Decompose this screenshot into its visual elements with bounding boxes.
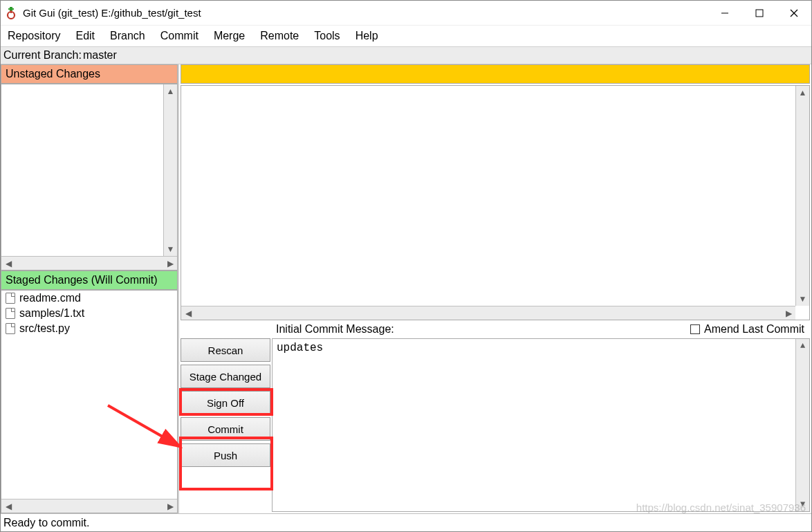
scroll-left-icon[interactable]: ◀	[1, 257, 15, 270]
commit-message-input[interactable]: updates ▲ ▼	[272, 338, 810, 512]
menu-commit[interactable]: Commit	[158, 28, 201, 44]
menu-repository[interactable]: Repository	[5, 28, 63, 44]
commit-message-text: updates	[277, 342, 323, 354]
svg-rect-1	[8, 8, 14, 10]
file-name: samples/1.txt	[19, 307, 84, 320]
menu-help[interactable]: Help	[353, 28, 381, 44]
window-title: Git Gui (git_test) E:/github_test/git_te…	[23, 7, 708, 19]
maximize-button[interactable]	[742, 1, 777, 25]
file-name: src/test.py	[19, 322, 70, 335]
current-branch-name: master	[83, 49, 117, 62]
menu-edit[interactable]: Edit	[73, 28, 98, 44]
scroll-down-icon[interactable]: ▼	[164, 242, 178, 256]
scrollbar-horizontal[interactable]: ◀ ▶	[1, 499, 177, 513]
push-button[interactable]: Push	[181, 443, 270, 467]
scroll-down-icon[interactable]: ▼	[796, 292, 810, 306]
scroll-right-icon[interactable]: ▶	[163, 499, 177, 513]
file-icon	[6, 293, 15, 304]
current-branch-label: Current Branch:	[3, 49, 82, 62]
title-bar: Git Gui (git_test) E:/github_test/git_te…	[1, 1, 811, 26]
commit-message-label: Initial Commit Message:	[276, 323, 394, 336]
unstaged-header: Unstaged Changes	[1, 64, 178, 84]
app-icon	[5, 7, 17, 19]
commit-buttons: Rescan Stage Changed Sign Off Commit Pus…	[181, 338, 270, 512]
current-branch-bar: Current Branch: master	[1, 46, 811, 64]
diff-view[interactable]: ▲ ▼ ◀ ▶	[181, 85, 810, 320]
main-area: Unstaged Changes ▲ ▼ ◀ ▶ Staged Changes …	[1, 64, 811, 513]
sign-off-button[interactable]: Sign Off	[181, 391, 270, 414]
commit-label-row: Initial Commit Message: Amend Last Commi…	[179, 322, 811, 338]
list-item[interactable]: readme.cmd	[1, 291, 177, 306]
scrollbar-horizontal[interactable]: ◀ ▶	[181, 306, 795, 320]
right-pane: ▲ ▼ ◀ ▶ Initial Commit Message: Amend La…	[179, 64, 811, 513]
rescan-button[interactable]: Rescan	[181, 338, 270, 362]
menu-branch[interactable]: Branch	[107, 28, 148, 44]
menu-bar: Repository Edit Branch Commit Merge Remo…	[1, 26, 811, 46]
scroll-right-icon[interactable]: ▶	[782, 306, 795, 320]
amend-checkbox[interactable]	[690, 324, 700, 334]
menu-merge[interactable]: Merge	[211, 28, 248, 44]
file-icon	[6, 323, 15, 334]
left-pane: Unstaged Changes ▲ ▼ ◀ ▶ Staged Changes …	[1, 64, 179, 513]
commit-button[interactable]: Commit	[181, 417, 270, 441]
list-item[interactable]: samples/1.txt	[1, 306, 177, 321]
diff-header	[181, 64, 810, 84]
svg-rect-5	[756, 10, 763, 17]
menu-tools[interactable]: Tools	[311, 28, 342, 44]
scroll-down-icon[interactable]: ▼	[796, 497, 810, 511]
amend-label: Amend Last Commit	[704, 323, 804, 336]
menu-remote[interactable]: Remote	[257, 28, 302, 44]
stage-changed-button[interactable]: Stage Changed	[181, 365, 270, 388]
minimize-button[interactable]	[708, 1, 742, 25]
scroll-right-icon[interactable]: ▶	[163, 257, 177, 270]
staged-header: Staged Changes (Will Commit)	[1, 270, 178, 290]
scrollbar-vertical[interactable]: ▲ ▼	[163, 84, 177, 256]
scrollbar-vertical[interactable]: ▲ ▼	[795, 339, 809, 511]
scroll-up-icon[interactable]: ▲	[796, 339, 810, 353]
status-bar: Ready to commit.	[1, 513, 811, 531]
commit-area: Initial Commit Message: Amend Last Commi…	[179, 322, 811, 513]
scroll-left-icon[interactable]: ◀	[181, 306, 195, 320]
status-text: Ready to commit.	[3, 517, 89, 529]
close-button[interactable]	[777, 1, 811, 25]
staged-list[interactable]: readme.cmd samples/1.txt src/test.py ◀ ▶	[1, 290, 178, 513]
file-icon	[6, 308, 15, 319]
unstaged-list[interactable]: ▲ ▼ ◀ ▶	[1, 84, 178, 270]
window-controls	[708, 1, 811, 25]
svg-rect-3	[10, 10, 12, 13]
amend-last-commit[interactable]: Amend Last Commit	[690, 323, 804, 336]
scroll-up-icon[interactable]: ▲	[796, 86, 810, 100]
list-item[interactable]: src/test.py	[1, 321, 177, 336]
commit-body: Rescan Stage Changed Sign Off Commit Pus…	[179, 338, 811, 513]
scrollbar-vertical[interactable]: ▲ ▼	[795, 86, 809, 306]
file-name: readme.cmd	[19, 292, 81, 304]
scroll-left-icon[interactable]: ◀	[1, 499, 15, 513]
scroll-up-icon[interactable]: ▲	[164, 84, 178, 98]
scrollbar-horizontal[interactable]: ◀ ▶	[1, 256, 177, 270]
